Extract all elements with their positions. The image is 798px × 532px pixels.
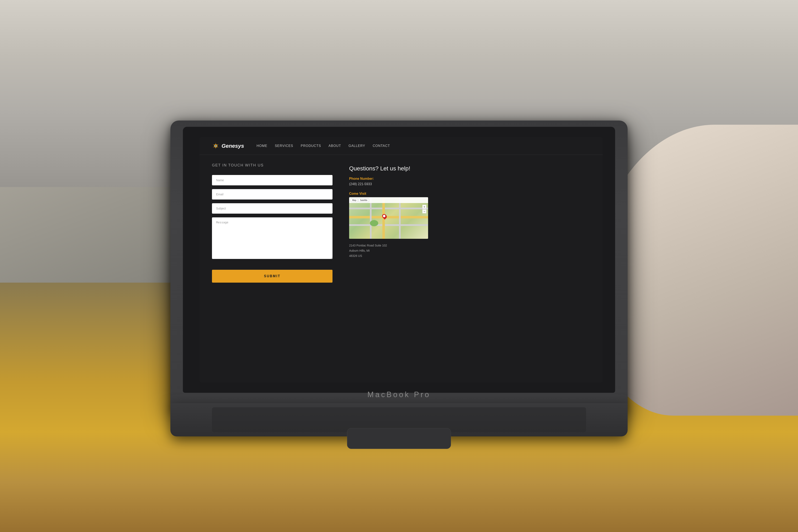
phone-value: (248) 221-5933 (349, 182, 449, 186)
phone-label: Phone Number: (349, 177, 449, 180)
message-textarea[interactable] (212, 217, 332, 259)
map-visual: Map Satellite + − (349, 197, 428, 239)
logo: Genesys (212, 142, 244, 150)
address-line1: 2143 Pontiac Road Suite 102 (349, 243, 449, 248)
map-controls: + − (422, 205, 426, 213)
map-btn-map[interactable]: Map (351, 198, 358, 202)
main-content: GET IN TOUCH WITH US (200, 155, 603, 291)
name-field-group (212, 175, 332, 185)
map-btn-satellite[interactable]: Satellite (359, 198, 369, 202)
submit-button[interactable]: SUBMIT (212, 270, 332, 283)
map-road (370, 197, 372, 239)
subject-field-group (212, 203, 332, 214)
nav-about[interactable]: ABOUT (328, 144, 341, 148)
nav-links: HOME SERVICES PRODUCTS ABOUT GALLERY CON… (256, 144, 390, 148)
contact-form-area: GET IN TOUCH WITH US (212, 163, 332, 283)
nav-services[interactable]: SERVICES (275, 144, 293, 148)
address-line2: Auburn Hills, MI (349, 248, 449, 253)
macbook-pro-label: MacBook Pro (367, 390, 431, 399)
visit-label: Come Visit (349, 192, 449, 195)
map-road (349, 208, 428, 209)
screen-bezel: Genesys HOME SERVICES PRODUCTS ABOUT GAL… (183, 127, 615, 393)
svg-point-2 (215, 145, 216, 147)
map-road (349, 224, 428, 226)
map-zoom-out[interactable]: − (422, 209, 426, 213)
email-input[interactable] (212, 189, 332, 200)
nav-gallery[interactable]: GALLERY (348, 144, 365, 148)
screen: Genesys HOME SERVICES PRODUCTS ABOUT GAL… (200, 137, 603, 382)
subject-input[interactable] (212, 203, 332, 214)
genesys-logo-icon (212, 142, 220, 150)
email-field-group (212, 189, 332, 200)
nav-home[interactable]: HOME (256, 144, 267, 148)
map-container[interactable]: Map Satellite + − (349, 197, 428, 239)
address-block: 2143 Pontiac Road Suite 102 Auburn Hills… (349, 243, 449, 259)
contact-info-area: Questions? Let us help! Phone Number: (2… (349, 163, 449, 283)
navigation: Genesys HOME SERVICES PRODUCTS ABOUT GAL… (200, 137, 603, 155)
website-content: Genesys HOME SERVICES PRODUCTS ABOUT GAL… (200, 137, 603, 382)
map-park (370, 220, 378, 226)
map-zoom-in[interactable]: + (422, 205, 426, 209)
map-toolbar: Map Satellite (349, 197, 428, 203)
map-road (399, 197, 401, 239)
logo-text: Genesys (222, 143, 244, 149)
laptop: Genesys HOME SERVICES PRODUCTS ABOUT GAL… (170, 120, 628, 432)
nav-products[interactable]: PRODUCTS (301, 144, 321, 148)
name-input[interactable] (212, 175, 332, 185)
nav-contact[interactable]: CONTACT (373, 144, 390, 148)
map-road (349, 216, 428, 218)
laptop-lid: Genesys HOME SERVICES PRODUCTS ABOUT GAL… (170, 120, 628, 412)
info-heading: Questions? Let us help! (349, 165, 449, 172)
message-field-group (212, 217, 332, 260)
address-line3: 48326 US (349, 253, 449, 259)
section-title: GET IN TOUCH WITH US (212, 163, 332, 168)
trackpad[interactable] (347, 428, 451, 449)
